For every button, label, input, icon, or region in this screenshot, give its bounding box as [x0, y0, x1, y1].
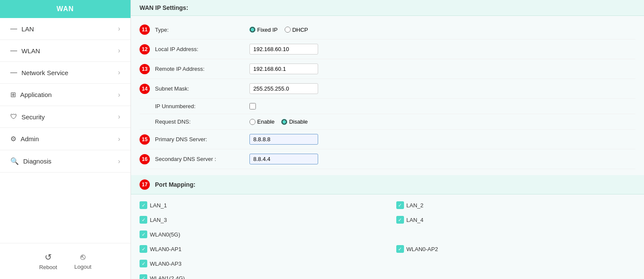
type-radio-group: Fixed IP DHCP	[249, 27, 308, 33]
fixed-ip-radio[interactable]: Fixed IP	[249, 27, 278, 33]
remote-ip-input[interactable]	[249, 64, 318, 74]
chevron-admin: ›	[118, 135, 120, 143]
dns-enable-label: Enable	[257, 118, 274, 125]
step-14: 14	[140, 84, 150, 94]
ip-unnumbered-label: IP Unnumbered:	[155, 103, 249, 109]
reboot-button[interactable]: ↺ Reboot	[39, 252, 57, 270]
port-mapping-header: 17 Port Mapping:	[131, 175, 644, 194]
list-item: ✓ LAN_1	[140, 199, 379, 212]
list-item	[396, 257, 636, 270]
list-item: ✓ WLAN0-AP2	[396, 243, 636, 255]
sidebar-label-security: Security	[21, 113, 45, 121]
wlan0-ap1-label: WLAN0-AP1	[150, 246, 182, 252]
list-item: ✓ LAN_4	[396, 213, 636, 226]
type-control: Fixed IP DHCP	[249, 27, 635, 33]
remote-ip-control	[249, 64, 635, 74]
lan-icon: —	[10, 25, 17, 33]
section-title-text: WAN IP Settings:	[140, 4, 188, 11]
reboot-icon: ↺	[45, 252, 52, 262]
list-item: ✓ LAN_2	[396, 199, 636, 212]
sidebar-item-wlan[interactable]: — WLAN ›	[0, 40, 131, 62]
sidebar-item-diagnosis[interactable]: 🔍 Diagnosis ›	[0, 150, 131, 173]
dns-enable-input[interactable]	[249, 119, 255, 125]
dhcp-label: DHCP	[292, 27, 308, 33]
dns-radio-group: Enable Disable	[249, 118, 308, 125]
step-15: 15	[140, 134, 150, 145]
fixed-ip-label: Fixed IP	[257, 27, 278, 33]
request-dns-control: Enable Disable	[249, 118, 635, 125]
subnet-mask-input[interactable]	[249, 83, 318, 94]
dhcp-radio[interactable]: DHCP	[285, 27, 308, 33]
check-lan2-icon: ✓	[396, 201, 404, 209]
subnet-mask-control	[249, 83, 635, 94]
logout-button[interactable]: ⎋ Logout	[74, 252, 91, 270]
secondary-dns-label: Secondary DNS Server :	[155, 156, 249, 162]
primary-dns-row: 15 Primary DNS Server:	[140, 130, 635, 149]
fixed-ip-input[interactable]	[249, 27, 255, 33]
logout-label: Logout	[74, 264, 91, 270]
secondary-dns-control	[249, 154, 635, 164]
port-mapping-title: Port Mapping:	[155, 181, 195, 188]
local-ip-control	[249, 44, 635, 55]
wlan-icon: —	[10, 47, 17, 55]
dhcp-input[interactable]	[285, 27, 291, 33]
secondary-dns-input[interactable]	[249, 154, 318, 164]
list-item: ✓ WLAN1(2.4G)	[140, 272, 379, 279]
local-ip-label: Local IP Address:	[155, 46, 249, 52]
primary-dns-label: Primary DNS Server:	[155, 136, 249, 143]
lan3-label: LAN_3	[150, 217, 167, 223]
check-wlan0-ap3-icon: ✓	[140, 260, 147, 267]
wlan0-5g-label: WLAN0(5G)	[150, 231, 180, 238]
step-13: 13	[140, 64, 150, 74]
subnet-mask-row: 14 Subnet Mask:	[140, 79, 635, 99]
chevron-application: ›	[118, 91, 120, 99]
sidebar-label-wlan: WLAN	[21, 47, 40, 55]
sidebar-item-application[interactable]: ⊞ Application ›	[0, 84, 131, 106]
check-lan3-icon: ✓	[140, 216, 147, 224]
check-wlan0-ap1-icon: ✓	[140, 245, 147, 253]
step-11: 11	[140, 24, 150, 35]
step-17: 17	[140, 179, 150, 190]
check-wlan0-5g-icon: ✓	[140, 230, 147, 238]
application-icon: ⊞	[10, 91, 16, 99]
chevron-diagnosis: ›	[118, 158, 120, 165]
diagnosis-icon: 🔍	[10, 157, 19, 165]
sidebar-item-security[interactable]: 🛡 Security ›	[0, 106, 131, 128]
request-dns-row: Request DNS: Enable Disable	[140, 114, 635, 130]
list-item: ✓ WLAN0-AP3	[140, 257, 379, 270]
lan1-label: LAN_1	[150, 202, 167, 209]
lan4-label: LAN_4	[407, 217, 424, 223]
type-label: Type:	[155, 27, 249, 33]
chevron-network-service: ›	[118, 69, 120, 76]
sidebar-wan-label[interactable]: WAN	[0, 0, 131, 18]
dns-disable-label: Disable	[289, 118, 307, 125]
ip-unnumbered-row: IP Unnumbered:	[140, 99, 635, 114]
list-item	[396, 272, 636, 279]
sidebar-label-lan: LAN	[21, 25, 34, 33]
main-content: WAN IP Settings: 11 Type: Fixed IP DHCP	[131, 0, 644, 279]
ip-unnumbered-checkbox[interactable]	[249, 103, 256, 109]
ip-unnumbered-control	[249, 103, 635, 109]
sidebar-label-application: Application	[20, 91, 52, 98]
lan2-label: LAN_2	[407, 202, 424, 209]
local-ip-input[interactable]	[249, 44, 318, 55]
wlan0-ap2-label: WLAN0-AP2	[407, 246, 438, 252]
network-service-icon: —	[10, 69, 17, 76]
chevron-wlan: ›	[118, 47, 120, 55]
primary-dns-input[interactable]	[249, 134, 318, 145]
sidebar-item-network-service[interactable]: — Network Service ›	[0, 62, 131, 84]
dns-disable-input[interactable]	[281, 119, 287, 125]
chevron-security: ›	[118, 113, 120, 121]
type-row: 11 Type: Fixed IP DHCP	[140, 20, 635, 39]
chevron-lan: ›	[118, 25, 120, 33]
check-lan1-icon: ✓	[140, 201, 147, 209]
dns-enable-radio[interactable]: Enable	[249, 118, 274, 125]
remote-ip-row: 13 Remote IP Address:	[140, 59, 635, 79]
secondary-dns-row: 16 Secondary DNS Server :	[140, 149, 635, 169]
sidebar-item-admin[interactable]: ⚙ Admin ›	[0, 128, 131, 150]
sidebar: WAN — LAN › — WLAN › — Network Service ›…	[0, 0, 131, 279]
wan-ip-settings-header: WAN IP Settings:	[131, 0, 644, 16]
dns-disable-radio[interactable]: Disable	[281, 118, 307, 125]
sidebar-item-lan[interactable]: — LAN ›	[0, 18, 131, 40]
security-icon: 🛡	[10, 113, 17, 121]
